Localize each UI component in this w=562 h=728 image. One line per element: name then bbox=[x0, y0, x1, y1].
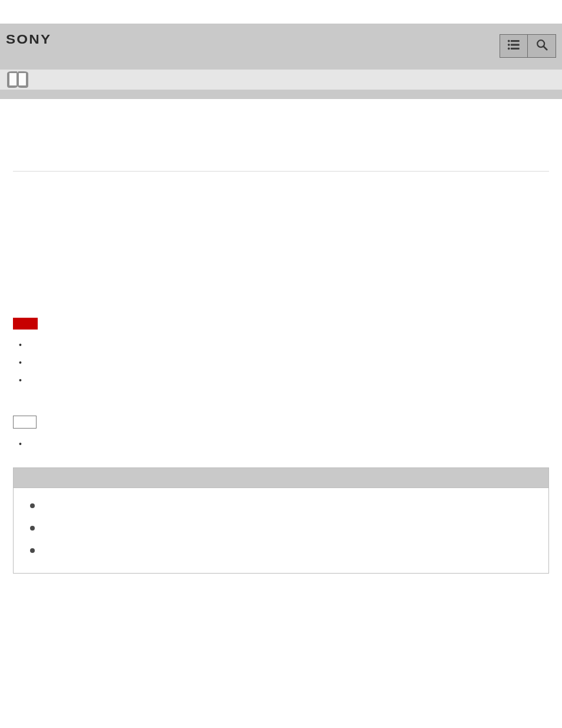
bullet-list-secondary bbox=[13, 439, 549, 453]
list-item bbox=[16, 340, 549, 354]
note-bullet-list bbox=[30, 501, 532, 558]
header-tools bbox=[500, 34, 556, 58]
list-item bbox=[30, 501, 532, 513]
search-icon bbox=[535, 38, 548, 54]
note-panel bbox=[13, 467, 549, 574]
menu-button[interactable] bbox=[500, 34, 528, 58]
brand-logo: SONY bbox=[6, 32, 562, 47]
svg-line-7 bbox=[543, 47, 547, 50]
header-bar: SONY bbox=[0, 24, 562, 70]
svg-rect-3 bbox=[511, 44, 519, 45]
content-area bbox=[0, 99, 562, 597]
section-divider bbox=[13, 171, 549, 172]
note-panel-body bbox=[14, 488, 548, 573]
subheader-tail bbox=[0, 90, 562, 99]
page-number: 291 bbox=[0, 597, 562, 728]
list-item bbox=[16, 375, 549, 390]
subheader-bar bbox=[0, 70, 562, 90]
search-button[interactable] bbox=[528, 34, 556, 58]
list-item bbox=[16, 358, 549, 372]
list-item bbox=[30, 523, 532, 535]
bullet-list-primary bbox=[13, 340, 549, 390]
outline-box bbox=[13, 416, 37, 429]
svg-point-4 bbox=[508, 48, 510, 50]
list-item bbox=[30, 546, 532, 558]
svg-rect-5 bbox=[511, 48, 519, 49]
note-panel-header bbox=[14, 468, 548, 488]
top-margin bbox=[0, 0, 562, 24]
svg-point-2 bbox=[508, 44, 510, 46]
menu-icon bbox=[507, 38, 520, 54]
manual-icon bbox=[6, 71, 29, 88]
list-item bbox=[16, 439, 549, 453]
svg-point-0 bbox=[508, 40, 510, 42]
record-indicator bbox=[13, 318, 38, 330]
svg-rect-1 bbox=[511, 40, 519, 41]
